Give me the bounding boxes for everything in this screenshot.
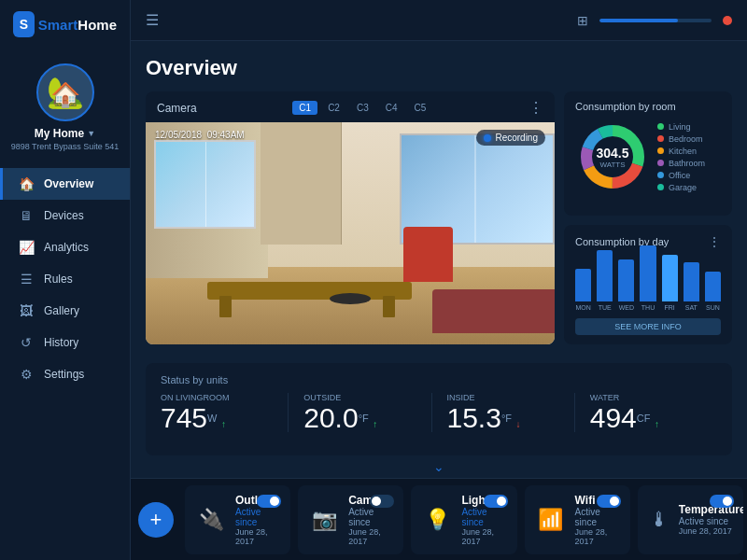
- legend-dot-living: [657, 123, 664, 130]
- settings-icon: ⚙: [18, 367, 35, 382]
- status-item-water: WATER 494CF ↑: [575, 393, 717, 432]
- legend-items: Living Bedroom Kitchen: [657, 122, 705, 192]
- scroll-indicator: ⌄: [146, 455, 732, 478]
- arrow-up-icon: ↑: [221, 419, 226, 429]
- bar-mon: [575, 269, 591, 301]
- donut-area: 304.5 WATTS Living: [575, 119, 721, 194]
- cam-tab-c2[interactable]: C2: [321, 101, 346, 115]
- logo-icon: S: [13, 11, 35, 37]
- sidebar-nav: 🏠 Overview 🖥 Devices 📈 Analytics ☰ Rules…: [0, 168, 130, 390]
- list-icon[interactable]: ⊞: [577, 13, 588, 28]
- menu-icon[interactable]: ☰: [146, 11, 159, 29]
- donut-chart: 304.5 WATTS: [575, 119, 650, 194]
- legend-dot-bathroom: [657, 160, 664, 166]
- legend-item: Bedroom: [657, 134, 705, 144]
- bar-col-sat: SAT: [684, 262, 699, 311]
- device-card-outlets[interactable]: 🔌 Outlets Active since June 28, 2017: [185, 485, 290, 554]
- camera-more-icon[interactable]: ⋮: [529, 99, 543, 117]
- devices-icon: 🖥: [18, 208, 35, 223]
- page-title: Overview: [146, 56, 732, 80]
- content-area: Overview Camera C1 C2 C3 C4 C5 ⋮: [131, 41, 747, 560]
- bar-col-thu: THU: [640, 245, 655, 311]
- sidebar-item-analytics[interactable]: 📈 Analytics: [0, 231, 130, 263]
- arrow-down-icon: ↓: [515, 419, 520, 429]
- sidebar: S SmartHome 🏡 My Home ▼ 9898 Trent Bypas…: [0, 0, 131, 560]
- sidebar-item-overview[interactable]: 🏠 Overview: [0, 168, 130, 200]
- bottom-strip: + 🔌 Outlets Active since June 28, 2017 📷…: [131, 478, 747, 560]
- sidebar-item-gallery[interactable]: 🖼 Gallery: [0, 295, 130, 327]
- rules-icon: ☰: [18, 272, 35, 287]
- status-item-inside: INSIDE 15.3°F ↓: [432, 393, 575, 432]
- legend-dot-bedroom: [657, 135, 664, 142]
- arrow-up-icon: ↑: [655, 419, 659, 429]
- lights-icon: 💡: [422, 508, 452, 532]
- legend-item: Garage: [657, 183, 705, 192]
- device-card-temp[interactable]: 🌡 Temperature Active since June 28, 2017: [638, 485, 743, 554]
- gallery-icon: 🖼: [18, 303, 35, 318]
- camera-toggle[interactable]: [370, 495, 394, 508]
- logo-text: SmartHome: [38, 17, 117, 33]
- camera-header: Camera C1 C2 C3 C4 C5 ⋮: [146, 91, 555, 122]
- content: Overview Camera C1 C2 C3 C4 C5 ⋮: [131, 41, 747, 478]
- sidebar-item-rules[interactable]: ☰ Rules: [0, 263, 130, 295]
- recording-dot: [484, 134, 491, 142]
- outlets-icon: 🔌: [196, 508, 226, 532]
- temp-toggle[interactable]: [710, 495, 734, 508]
- status-items: ON LIVINGROOM 745W ↑ OUTSIDE 20.0°F ↑: [161, 393, 717, 432]
- bar-col-mon: MON: [575, 269, 591, 311]
- cam-tab-c4[interactable]: C4: [379, 101, 404, 115]
- bar-col-tue: TUE: [597, 250, 613, 311]
- status-item-outside: OUTSIDE 20.0°F ↑: [289, 393, 431, 432]
- legend-item: Office: [657, 171, 705, 180]
- wifi-toggle[interactable]: [597, 495, 621, 508]
- consumption-day-panel: Consumption by day ⋮ MON TUE: [564, 225, 732, 344]
- home-icon: 🏠: [18, 176, 35, 191]
- see-more-button[interactable]: SEE MORE INFO: [575, 318, 721, 335]
- camera-panel: Camera C1 C2 C3 C4 C5 ⋮: [146, 91, 555, 344]
- user-profile[interactable]: 🏡 My Home ▼ 9898 Trent Bypass Suite 541: [0, 49, 130, 161]
- logo-area: S SmartHome: [0, 0, 130, 49]
- camera-time: 12/05/2018 09:43AM: [155, 130, 245, 140]
- main-content: ☰ ⊞ Overview Camera C1 C2 C3: [131, 0, 747, 560]
- notification-dot: [723, 16, 732, 25]
- bar-thu: [640, 245, 655, 301]
- legend-item: Living: [657, 122, 705, 132]
- consumption-room-title: Consumption by room: [575, 101, 721, 112]
- device-card-camera[interactable]: 📷 Camera Active since June 28, 2017: [298, 485, 403, 554]
- analytics-icon: 📈: [18, 240, 35, 255]
- cam-tab-c3[interactable]: C3: [350, 101, 375, 115]
- lights-toggle[interactable]: [484, 495, 508, 508]
- progress-bar: [599, 19, 712, 22]
- bar-sat: [684, 262, 699, 301]
- camera-tabs: C1 C2 C3 C4 C5: [292, 101, 432, 115]
- status-title: Status by units: [161, 374, 717, 385]
- device-card-wifi[interactable]: 📶 Wifi Active since June 28, 2017: [525, 485, 630, 554]
- outlets-toggle[interactable]: [257, 495, 281, 508]
- add-device-button[interactable]: +: [138, 502, 174, 538]
- temp-icon: 🌡: [649, 508, 669, 532]
- camera-recording: Recording: [476, 130, 545, 146]
- room-interior: [146, 122, 555, 344]
- progress-fill: [599, 19, 678, 22]
- bar-col-fri: FRI: [662, 255, 678, 311]
- sidebar-item-history[interactable]: ↺ History: [0, 327, 130, 358]
- right-panels: Consumption by room: [564, 91, 732, 344]
- bar-fri: [662, 255, 678, 301]
- topbar: ☰ ⊞: [131, 0, 747, 41]
- camera-feed: 12/05/2018 09:43AM Recording: [146, 122, 555, 344]
- cam-tab-c5[interactable]: C5: [408, 101, 433, 115]
- bars-area: MON TUE WED: [575, 255, 721, 311]
- cam-tab-c1[interactable]: C1: [292, 101, 317, 115]
- consumption-room-panel: Consumption by room: [564, 91, 732, 216]
- donut-center: 304.5 WATTS: [575, 119, 650, 194]
- device-card-lights[interactable]: 💡 Lights Active since June 28, 2017: [411, 485, 516, 554]
- status-row: Status by units ON LIVINGROOM 745W ↑ OUT…: [146, 363, 732, 455]
- sidebar-item-devices[interactable]: 🖥 Devices: [0, 200, 130, 231]
- sidebar-item-settings[interactable]: ⚙ Settings: [0, 358, 130, 390]
- bar-sun: [705, 272, 721, 301]
- legend-dot-office: [657, 172, 664, 178]
- avatar: 🏡: [36, 63, 94, 121]
- user-name: My Home ▼: [35, 127, 95, 140]
- day-more-icon[interactable]: ⋮: [708, 234, 721, 249]
- history-icon: ↺: [18, 335, 35, 350]
